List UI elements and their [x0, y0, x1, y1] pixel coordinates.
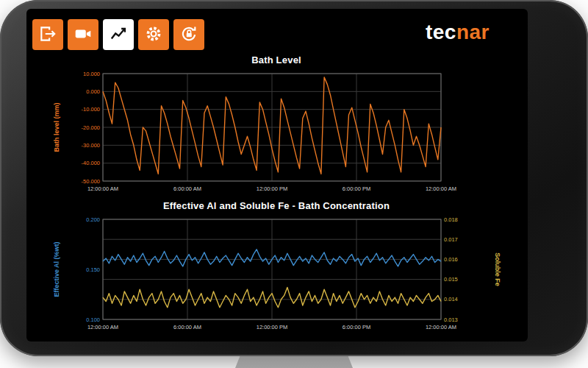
- y-tick-label: 0.000: [86, 88, 100, 95]
- bath-concentration-chart: Effective Al and Soluble Fe - Bath Conce…: [49, 200, 504, 342]
- y-tick-label-left: 0.150: [86, 266, 100, 273]
- x-tick-label: 6:00:00 AM: [173, 185, 201, 192]
- x-tick-label: 12:00:00 AM: [426, 324, 456, 330]
- y-tick-label-right: 0.018: [444, 216, 458, 223]
- logout-button[interactable]: [32, 19, 63, 50]
- trends-button[interactable]: [103, 19, 134, 50]
- y-tick-label-left: 0.100: [86, 316, 100, 323]
- x-tick-label: 12:00:00 PM: [257, 185, 288, 192]
- y-tick-label-right: 0.015: [444, 276, 458, 283]
- y-tick-label-right: 0.013: [444, 316, 458, 323]
- y-tick-label-right: 0.014: [444, 296, 458, 302]
- y-axis-label: Bath level (mm): [53, 102, 60, 152]
- bath-level-chart: Bath Level 12:00:00 AM6:00:00 AM12:00:00…: [49, 54, 504, 202]
- trend-chart-icon: [109, 24, 128, 46]
- y-tick-label: -50.000: [82, 178, 100, 185]
- y-tick-label-right: 0.017: [444, 236, 458, 243]
- lock-button[interactable]: [173, 19, 204, 50]
- bath-concentration-chart-title: Effective Al and Soluble Fe - Bath Conce…: [49, 200, 504, 215]
- y-tick-label: -30.000: [82, 142, 100, 149]
- bath-level-chart-title: Bath Level: [49, 54, 504, 69]
- gear-icon: [144, 24, 163, 46]
- bath-level-plot: 12:00:00 AM6:00:00 AM12:00:00 PM6:00:00 …: [49, 69, 504, 199]
- x-tick-label: 6:00:00 AM: [173, 324, 201, 330]
- bath-concentration-plot: 12:00:00 AM6:00:00 AM12:00:00 PM6:00:00 …: [49, 215, 504, 337]
- tablet-screen: tecnar Bath Level 12:00:00 AM6:00:00 AM1…: [26, 9, 528, 342]
- logout-icon: [38, 24, 57, 46]
- brand-logo: tecnar: [426, 22, 490, 43]
- y-tick-label-left: 0.200: [86, 216, 100, 223]
- tablet-frame: tecnar Bath Level 12:00:00 AM6:00:00 AM1…: [0, 0, 588, 356]
- x-tick-label: 6:00:00 PM: [343, 185, 370, 192]
- x-tick-label: 12:00:00 PM: [257, 324, 288, 330]
- brand-logo-text-secondary: nar: [456, 21, 490, 43]
- page-background: tecnar Bath Level 12:00:00 AM6:00:00 AM1…: [0, 0, 588, 368]
- camera-button[interactable]: [68, 19, 98, 50]
- x-tick-label: 12:00:00 AM: [426, 185, 456, 192]
- x-tick-label: 12:00:00 AM: [87, 324, 118, 330]
- brand-logo-text-primary: tec: [426, 21, 456, 43]
- y-tick-label: -10.000: [82, 106, 100, 113]
- settings-button[interactable]: [138, 19, 169, 50]
- toolbar: [32, 19, 204, 50]
- y-tick-label: 10.000: [83, 71, 100, 77]
- x-tick-label: 12:00:00 AM: [87, 185, 118, 192]
- y-tick-label: -20.000: [82, 124, 100, 131]
- y-axis-label-left: Effective Al (%wt): [53, 241, 60, 297]
- y-tick-label-right: 0.016: [444, 256, 458, 263]
- y-axis-label-right: Soluble Fe: [494, 252, 501, 286]
- camera-icon: [74, 24, 93, 46]
- lock-refresh-icon: [179, 24, 198, 46]
- x-tick-label: 6:00:00 PM: [343, 324, 370, 330]
- y-tick-label: -40.000: [82, 160, 100, 166]
